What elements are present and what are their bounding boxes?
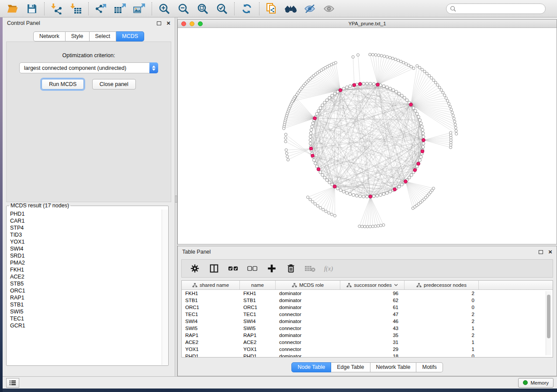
column-header-predecessor-nodes[interactable]: predecessor nodes (405, 281, 479, 289)
satellite-node[interactable] (400, 60, 402, 63)
ring-node[interactable] (366, 195, 369, 198)
ring-node[interactable] (419, 155, 422, 158)
mcds-hub-node[interactable] (309, 147, 313, 150)
satellite-node[interactable] (412, 67, 415, 69)
table-row[interactable]: ACE2ACE2connector311 (182, 339, 553, 346)
ring-node[interactable] (414, 110, 417, 113)
satellite-node[interactable] (356, 54, 359, 56)
ring-node[interactable] (309, 139, 312, 142)
mcds-hub-node[interactable] (409, 103, 413, 107)
save-button[interactable] (24, 2, 40, 16)
satellite-node[interactable] (369, 53, 371, 56)
add-row-button[interactable] (266, 262, 278, 275)
import-table-button[interactable] (68, 2, 84, 16)
mcds-hub-node[interactable] (422, 138, 426, 142)
satellite-node[interactable] (391, 57, 394, 60)
satellite-node[interactable] (430, 76, 433, 79)
table-settings-button[interactable] (189, 262, 201, 275)
ring-node[interactable] (352, 193, 355, 196)
satellite-node[interactable] (286, 155, 289, 158)
ring-node[interactable] (313, 158, 316, 162)
mcds-hub-node[interactable] (417, 162, 420, 165)
column-header-MCDS-role[interactable]: MCDS role (276, 281, 340, 289)
panel-list-button[interactable] (6, 378, 19, 388)
ring-node[interactable] (389, 190, 392, 193)
satellite-node[interactable] (402, 61, 405, 64)
satellite-node[interactable] (330, 213, 333, 216)
ring-node[interactable] (333, 92, 336, 95)
list-item[interactable]: SRD1 (10, 252, 162, 259)
ring-node[interactable] (355, 194, 358, 197)
list-item[interactable]: STP4 (10, 224, 162, 231)
ring-node[interactable] (420, 125, 423, 128)
ring-node[interactable] (310, 128, 313, 131)
satellite-node[interactable] (377, 224, 380, 227)
ring-node[interactable] (321, 173, 324, 176)
satellite-node[interactable] (449, 105, 451, 108)
zoom-in-button[interactable] (156, 2, 173, 16)
satellite-node[interactable] (434, 81, 437, 84)
network-from-selection-button[interactable] (263, 2, 280, 16)
ring-node[interactable] (317, 110, 320, 113)
satellite-node[interactable] (451, 111, 453, 113)
mcds-hub-node[interactable] (353, 83, 356, 87)
list-item[interactable]: PHD1 (10, 210, 162, 217)
ring-node[interactable] (323, 176, 326, 179)
satellite-node[interactable] (389, 56, 391, 59)
memory-button[interactable]: Memory (518, 378, 554, 388)
satellite-node[interactable] (386, 55, 388, 58)
satellite-node[interactable] (428, 74, 430, 77)
optimization-criterion-select[interactable]: largest connected component (undirected) (19, 62, 158, 73)
open-file-button[interactable] (4, 2, 21, 16)
table-row[interactable]: STB1STB1dominator620 (182, 297, 553, 304)
satellite-node[interactable] (419, 66, 421, 69)
satellite-node[interactable] (284, 137, 287, 139)
show-all-button[interactable] (321, 2, 338, 16)
table-row[interactable]: RAP1RAP1dominator352 (182, 332, 553, 339)
mcds-hub-node[interactable] (317, 168, 320, 171)
list-item[interactable]: TID3 (10, 231, 162, 238)
ring-node[interactable] (408, 176, 411, 179)
ring-node[interactable] (392, 89, 395, 92)
ring-node[interactable] (376, 194, 379, 197)
satellite-node[interactable] (454, 126, 457, 129)
ring-node[interactable] (309, 135, 312, 138)
ring-node[interactable] (311, 125, 314, 128)
satellite-node[interactable] (382, 224, 385, 226)
ring-node[interactable] (339, 189, 342, 192)
mcds-hub-node[interactable] (358, 83, 362, 86)
satellite-node[interactable] (455, 133, 458, 135)
satellite-node[interactable] (453, 117, 455, 120)
column-header-shared-name[interactable]: shared name (182, 281, 240, 289)
satellite-node[interactable] (285, 152, 288, 155)
list-item[interactable]: TEC1 (10, 315, 162, 322)
list-item[interactable]: STB1 (10, 301, 162, 308)
table-row[interactable]: ORC1ORC1dominator610 (182, 304, 553, 311)
ring-node[interactable] (362, 82, 365, 85)
mcds-hub-node[interactable] (333, 185, 336, 188)
list-item[interactable]: SWI5 (10, 308, 162, 315)
satellite-node[interactable] (306, 196, 309, 199)
network-canvas[interactable] (178, 28, 557, 244)
ring-node[interactable] (382, 85, 385, 88)
ring-node[interactable] (346, 192, 349, 195)
satellite-node[interactable] (283, 127, 285, 130)
ring-node[interactable] (346, 86, 349, 89)
satellite-node[interactable] (426, 72, 428, 75)
ring-node[interactable] (342, 190, 345, 193)
tab-style[interactable]: Style (66, 31, 90, 41)
satellite-node[interactable] (394, 58, 397, 61)
satellite-node[interactable] (447, 102, 450, 105)
ring-node[interactable] (400, 183, 403, 186)
ring-node[interactable] (382, 193, 385, 196)
satellite-node[interactable] (314, 203, 316, 205)
mcds-hub-node[interactable] (376, 83, 380, 86)
satellite-node[interactable] (316, 205, 319, 207)
ring-node[interactable] (389, 87, 392, 90)
table-row[interactable]: TEC1TEC1connector472 (182, 311, 553, 318)
satellite-node[interactable] (366, 225, 369, 228)
show-columns-button[interactable] (208, 262, 220, 275)
ring-node[interactable] (419, 119, 422, 122)
list-item[interactable]: STB5 (10, 280, 162, 287)
tab-select[interactable]: Select (90, 31, 117, 41)
